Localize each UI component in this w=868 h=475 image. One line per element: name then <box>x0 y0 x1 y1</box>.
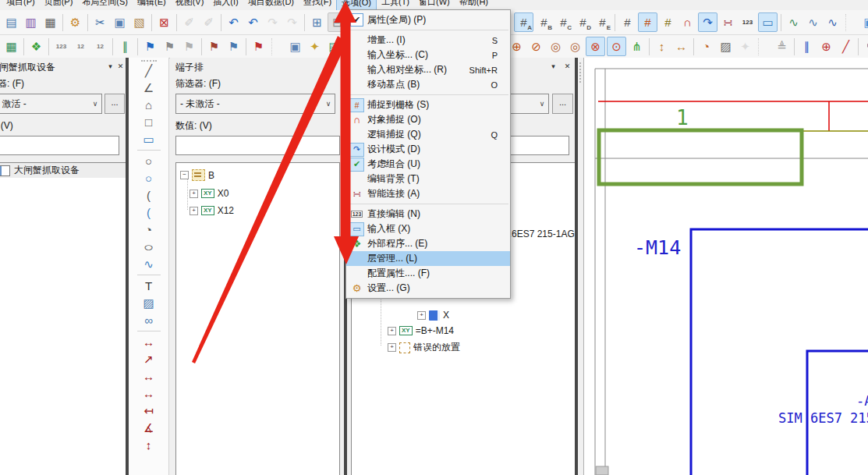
flag-check-icon[interactable]: ⚑ <box>141 37 159 55</box>
undo-list-icon[interactable]: ↶ <box>244 13 262 31</box>
menu-item-external-programs[interactable]: ❖外部程序... (E) <box>346 236 510 251</box>
panel-close-button[interactable]: ✕ <box>562 62 572 72</box>
expand-expander-icon[interactable]: + <box>190 190 198 198</box>
ellipse-icon[interactable]: ○ <box>136 239 162 255</box>
cut-icon[interactable]: ✂ <box>91 13 109 31</box>
smart-connect-icon[interactable]: ∺ <box>719 13 737 31</box>
menu-item-snap-to-grid[interactable]: #捕捉到栅格 (S) <box>346 97 510 112</box>
menu-item-design-mode[interactable]: ↷设计模式 (D) <box>346 142 510 157</box>
tree-item-plc[interactable]: 1.6ES7 215-1AG <box>504 229 575 239</box>
dimension-slash-icon[interactable]: ╱ <box>837 37 855 55</box>
dimension-radius-icon[interactable]: ↕ <box>136 437 162 453</box>
grid-a-icon[interactable]: #A <box>514 12 533 32</box>
list-item[interactable]: 大闸蟹抓取设备 <box>0 163 127 178</box>
terminal-delete-icon[interactable]: ⊗ <box>586 37 605 56</box>
hyperlink-icon[interactable]: ∞ <box>136 312 162 328</box>
copy-page-icon[interactable]: ▣ <box>286 37 304 55</box>
wire-vertical-icon[interactable]: ↕ <box>653 37 671 55</box>
flag-delete-icon[interactable]: ⚑ <box>250 37 267 55</box>
redo-list-icon[interactable]: ↷ <box>283 13 301 31</box>
menubar-item-find[interactable]: 查找(F) <box>299 0 336 10</box>
menu-item-input-box[interactable]: ▭输入框 (X) <box>346 222 510 236</box>
wire-horizontal-icon[interactable]: ↔ <box>672 37 690 55</box>
polygon-icon[interactable]: ⌂ <box>136 97 162 113</box>
rectangle-icon[interactable]: □ <box>136 114 162 130</box>
flag-insert-icon[interactable]: ⚑ <box>225 37 243 55</box>
menu-item-property-global[interactable]: ✔属性(全局) (P) <box>346 12 510 27</box>
dimension-horizontal-icon[interactable]: ↔ <box>136 334 162 350</box>
number-terminals-icon[interactable]: 123 <box>52 37 70 55</box>
menu-item-move-base-point[interactable]: 移动基点 (B)O <box>346 77 510 92</box>
menu-item-enter-coordinates[interactable]: 输入坐标... (C)P <box>346 48 510 62</box>
menu-item-configure-properties[interactable]: 配置属性.... (F) <box>346 266 510 281</box>
tree-item-b[interactable]: − B <box>180 169 214 181</box>
signal-wave-icon[interactable]: ∿ <box>785 13 802 31</box>
menubar-item-project-data[interactable]: 项目数据(D) <box>243 0 299 10</box>
partial-view-icon[interactable]: ◔ <box>697 37 715 55</box>
flag-forward-icon[interactable]: ⚑ <box>180 37 198 55</box>
table-edit-icon[interactable]: ▦ <box>2 37 20 55</box>
window-preview-icon[interactable]: ⊟ <box>328 12 347 32</box>
grid-d-icon[interactable]: #D <box>574 13 592 31</box>
signal-broadcast-icon[interactable]: ∿ <box>804 13 822 31</box>
spline-icon[interactable]: ∿ <box>136 256 162 272</box>
page-properties-icon[interactable]: ▥ <box>22 13 40 31</box>
dimension-chain-icon[interactable]: ↔ <box>136 368 162 385</box>
menubar-item-edit[interactable]: 编辑(E) <box>133 0 171 10</box>
menu-item-enter-relative-coordinates[interactable]: 输入相对坐标... (R)Shift+R <box>346 62 510 77</box>
expand-expander-icon[interactable]: + <box>388 327 396 335</box>
copy-icon[interactable]: ▣ <box>111 13 129 31</box>
grid-e-icon[interactable]: #E <box>593 13 611 31</box>
menu-item-smart-connect[interactable]: ∺智能连接 (A) <box>346 186 510 201</box>
text-icon[interactable]: T <box>136 278 162 294</box>
expand-expander-icon[interactable]: + <box>388 343 396 352</box>
panel-collapse-button[interactable]: ▾ <box>548 62 558 72</box>
toolbar-drag-handle[interactable] <box>141 60 157 62</box>
new-page-icon[interactable]: ✦ <box>306 37 324 55</box>
tree-item-wrong-placement[interactable]: + 错误的放置 <box>388 341 460 354</box>
device-search-2-icon[interactable]: ◎ <box>566 37 584 55</box>
dimension-baseline-icon[interactable]: ↤ <box>136 402 162 419</box>
menubar-item-project[interactable]: 项目(P) <box>2 0 40 10</box>
arc-3point-icon[interactable]: ( <box>136 204 162 221</box>
arc-icon[interactable]: ( <box>136 187 162 204</box>
direct-edit-icon[interactable]: 123 <box>739 13 756 31</box>
stamp-icon[interactable]: ≜ <box>773 37 791 55</box>
filter-combobox[interactable]: - 激活 - ∨ <box>0 94 102 114</box>
settings-wrench-icon[interactable]: ⚙ <box>66 13 84 31</box>
flag-settings-icon[interactable]: ⚑ <box>161 37 179 55</box>
macro-box-icon[interactable]: ▣ <box>860 13 868 31</box>
design-mode-icon[interactable]: ↷ <box>698 12 717 32</box>
chevron-down-icon[interactable]: ∨ <box>89 100 101 108</box>
redo-icon[interactable]: ↷ <box>264 13 282 31</box>
format-brush-icon[interactable]: ✐ <box>180 13 198 31</box>
dimension-chain-2-icon[interactable]: ↔ <box>136 385 162 402</box>
panel-close-button[interactable]: ✕ <box>115 62 126 72</box>
page-refresh-icon[interactable]: ▤ <box>325 37 343 55</box>
tree-item-x0[interactable]: + XY X0 <box>190 188 229 199</box>
plugin-icon[interactable]: ❖ <box>27 37 45 55</box>
filter-combobox[interactable]: - 未激活 - ∨ <box>175 94 335 114</box>
menu-item-consider-combination[interactable]: ✔考虑组合 (U) <box>346 157 510 172</box>
new-window-icon[interactable]: ▤ <box>2 13 20 31</box>
menu-item-object-snap[interactable]: ∩对象捕捉 (O) <box>346 112 510 127</box>
chevron-down-icon[interactable]: ∨ <box>322 100 335 108</box>
menubar-item-view[interactable]: 视图(V) <box>171 0 209 10</box>
tree-item-x[interactable]: + X <box>417 310 449 321</box>
terminal-up-icon[interactable]: ⊙ <box>607 37 626 56</box>
menu-item-direct-edit[interactable]: 123直接编辑 (N) <box>346 207 510 222</box>
chevron-down-icon[interactable]: ∨ <box>536 100 548 108</box>
line-icon[interactable]: ╱ <box>136 62 162 79</box>
undo-icon[interactable]: ↶ <box>225 13 243 31</box>
group-dashed-icon[interactable]: ✦ <box>736 37 754 55</box>
object-snap-icon[interactable]: ∩ <box>678 13 696 31</box>
pointer-arrow-icon[interactable]: ↖ <box>862 37 868 55</box>
menubar-item-layout-space[interactable]: 布局空间(S) <box>77 0 133 10</box>
filter-browse-button[interactable]: ... <box>552 94 573 114</box>
cable-filter-icon[interactable]: ⋔ <box>628 37 646 55</box>
splitter-drag-handle[interactable] <box>579 62 581 83</box>
print-icon[interactable]: ▦ <box>41 13 59 31</box>
circle-icon[interactable]: ○ <box>136 153 162 169</box>
flag-book-icon[interactable]: ⚑ <box>205 37 223 55</box>
menu-item-increment[interactable]: 增量... (I)S <box>346 33 510 48</box>
